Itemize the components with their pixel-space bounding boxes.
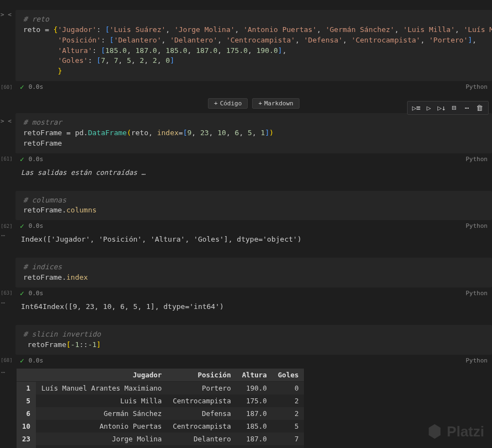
output-collapse-icon[interactable]: ⋯ bbox=[1, 232, 5, 239]
table-header: Posición bbox=[167, 369, 236, 382]
more-icon[interactable]: ⋯ bbox=[463, 104, 471, 112]
exec-time: 0.0s bbox=[29, 290, 44, 297]
code-editor[interactable]: # columnas retoFrame.columns bbox=[15, 191, 492, 221]
table-cell: 0 bbox=[272, 381, 304, 394]
table-cell: 23 bbox=[17, 433, 36, 445]
output-collapse-icon[interactable]: ⋯ bbox=[1, 299, 5, 307]
exec-time: 0.0s bbox=[29, 357, 44, 364]
table-cell: Luís Manuel Arantes Maximiano bbox=[36, 381, 167, 394]
run-by-line-icon[interactable]: ▷≡ bbox=[412, 104, 420, 112]
table-cell: Portero bbox=[167, 381, 236, 394]
plus-icon: + bbox=[214, 100, 218, 107]
table-cell: 185.0 bbox=[237, 445, 272, 448]
cell-status: [62] ✓ 0.0s Python bbox=[15, 220, 492, 232]
cell-execution-count: [60] bbox=[1, 84, 13, 90]
cell-execution-count: [61] bbox=[1, 156, 13, 162]
table-cell: Antonio Puertas bbox=[36, 420, 167, 433]
check-icon: ✓ bbox=[20, 289, 24, 297]
table-cell: 7 bbox=[272, 445, 304, 448]
run-above-icon[interactable]: ▷↓ bbox=[437, 104, 446, 112]
check-icon: ✓ bbox=[20, 83, 24, 91]
cell-toolbar: ▷≡ ▷ ▷↓ ⊟ ⋯ 🗑 bbox=[407, 101, 489, 115]
check-icon: ✓ bbox=[20, 356, 24, 365]
table-cell: Luis Suárez bbox=[36, 445, 167, 448]
table-row: 23Jorge MolinaDelantero187.07 bbox=[17, 433, 304, 445]
table-cell: 190.0 bbox=[237, 381, 272, 394]
code-editor[interactable]: # slicin invertido retoFrame[-1::-1] bbox=[15, 325, 492, 355]
cell-output: Int64Index([9, 23, 10, 6, 5, 1], dtype='… bbox=[15, 299, 492, 314]
run-icon[interactable]: ▷ bbox=[425, 104, 433, 112]
cell-execution-count: [68] bbox=[1, 358, 13, 363]
table-cell: Defensa bbox=[167, 407, 236, 420]
code-cell-1: > < ▷≡ ▷ ▷↓ ⊟ ⋯ 🗑 # mostrar retoFrame = … bbox=[15, 113, 492, 180]
cell-language[interactable]: Python bbox=[466, 222, 488, 230]
table-cell: 187.0 bbox=[237, 433, 272, 445]
code-editor[interactable]: # reto reto = {'Jugador': ['Luis Suárez'… bbox=[15, 10, 492, 81]
fold-chevron-icon[interactable]: > < bbox=[1, 118, 12, 125]
table-cell: 5 bbox=[17, 394, 36, 407]
table-cell: Centrocampista bbox=[167, 394, 236, 407]
table-cell: 175.0 bbox=[237, 394, 272, 407]
table-header: Altura bbox=[237, 369, 272, 382]
add-markdown-button[interactable]: +Markdown bbox=[252, 98, 300, 109]
table-cell: Luis Milla bbox=[36, 394, 167, 407]
delete-icon[interactable]: 🗑 bbox=[475, 104, 484, 112]
table-cell: 5 bbox=[272, 420, 304, 433]
table-cell: Jorge Molina bbox=[36, 433, 167, 445]
table-cell: Germán Sánchez bbox=[36, 407, 167, 420]
table-cell: 1 bbox=[17, 381, 36, 394]
ellipsis-icon: … bbox=[141, 168, 146, 177]
exec-time: 0.0s bbox=[29, 156, 44, 163]
table-row: 5Luis MillaCentrocampista175.02 bbox=[17, 394, 304, 407]
table-header bbox=[17, 369, 36, 382]
cell-status: [68] ✓ 0.0s Python bbox=[15, 355, 492, 366]
add-code-button[interactable]: +Código bbox=[208, 98, 248, 109]
code-cell-0: > < # reto reto = {'Jugador': ['Luis Suá… bbox=[15, 10, 492, 93]
split-icon[interactable]: ⊟ bbox=[450, 104, 458, 112]
cell-language[interactable]: Python bbox=[466, 156, 488, 163]
watermark-logo: Platzi bbox=[426, 423, 484, 440]
output-collapsed[interactable]: Las salidas están contraídas … bbox=[15, 165, 492, 180]
table-cell: Delantero bbox=[167, 445, 236, 448]
table-row: 10Antonio PuertasCentrocampista185.05 bbox=[17, 420, 304, 433]
table-cell: 2 bbox=[272, 407, 304, 420]
cell-language[interactable]: Python bbox=[466, 290, 488, 297]
check-icon: ✓ bbox=[20, 222, 24, 230]
table-cell: 10 bbox=[17, 420, 36, 433]
table-row: 6Germán SánchezDefensa187.02 bbox=[17, 407, 304, 420]
plus-icon: + bbox=[258, 100, 262, 107]
code-editor[interactable]: # mostrar retoFrame = pd.DataFrame(reto,… bbox=[15, 113, 492, 153]
cell-status: [60] ✓ 0.0s Python bbox=[15, 81, 492, 93]
cell-execution-count: [63] bbox=[1, 290, 13, 296]
table-cell: 7 bbox=[272, 433, 304, 445]
table-cell: 187.0 bbox=[237, 407, 272, 420]
table-header: Jugador bbox=[36, 369, 167, 382]
output-collapse-icon[interactable]: ⋯ bbox=[1, 369, 5, 376]
exec-time: 0.0s bbox=[29, 83, 44, 90]
table-cell: 6 bbox=[17, 407, 36, 420]
code-cell-2: # columnas retoFrame.columns [62] ✓ 0.0s… bbox=[15, 191, 492, 247]
table-cell: Delantero bbox=[167, 433, 236, 445]
table-cell: 185.0 bbox=[237, 420, 272, 433]
exec-time: 0.0s bbox=[29, 222, 44, 230]
cell-status: [61] ✓ 0.0s Python bbox=[15, 153, 492, 165]
cell-output: Index(['Jugador', 'Posición', 'Altura', … bbox=[15, 232, 492, 247]
table-cell: 9 bbox=[17, 445, 36, 448]
comment-line: # reto bbox=[23, 15, 49, 23]
table-header: Goles bbox=[272, 369, 304, 382]
dataframe-output: Jugador Posición Altura Goles 1Luís Manu… bbox=[17, 369, 304, 448]
check-icon: ✓ bbox=[20, 155, 24, 163]
cell-status: [63] ✓ 0.0s Python bbox=[15, 287, 492, 299]
cell-execution-count: [62] bbox=[1, 223, 13, 229]
cell-language[interactable]: Python bbox=[466, 357, 488, 364]
cell-language[interactable]: Python bbox=[466, 83, 488, 90]
table-row: 9Luis SuárezDelantero185.07 bbox=[17, 445, 304, 448]
table-cell: 2 bbox=[272, 394, 304, 407]
code-cell-4: # slicin invertido retoFrame[-1::-1] [68… bbox=[15, 325, 492, 448]
code-cell-3: # indices retoFrame.index [63] ✓ 0.0s Py… bbox=[15, 258, 492, 314]
table-row: 1Luís Manuel Arantes MaximianoPortero190… bbox=[17, 381, 304, 394]
fold-chevron-icon[interactable]: > < bbox=[1, 11, 12, 18]
table-cell: Centrocampista bbox=[167, 420, 236, 433]
code-editor[interactable]: # indices retoFrame.index bbox=[15, 258, 492, 287]
